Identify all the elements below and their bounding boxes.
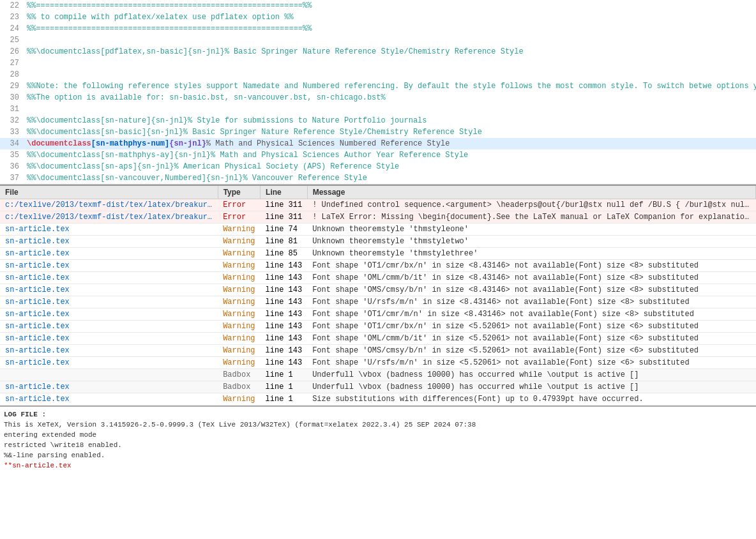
line-number: 27 — [0, 57, 24, 69]
error-table-body: c:/texlive/2013/texmf-dist/tex/latex/bre… — [0, 199, 756, 406]
line-number: 37 — [0, 172, 24, 184]
cell-message: Font shape 'OML/cmm/b/it' in size <5.520… — [307, 333, 755, 345]
table-row[interactable]: Badboxline 1Underfull \vbox (badness 100… — [0, 369, 756, 381]
table-row[interactable]: sn-article.texWarningline 143Font shape … — [0, 272, 756, 284]
cell-message: Font shape 'OMS/cmsy/b/n' in size <5.520… — [307, 345, 755, 357]
log-line: entering extended mode — [4, 430, 752, 440]
cell-type: Badbox — [218, 381, 260, 393]
cell-message: Font shape 'U/rsfs/m/n' in size <5.52061… — [307, 357, 755, 369]
cell-type: Warning — [218, 248, 260, 260]
line-content: %%======================================… — [24, 0, 756, 11]
cell-file: sn-article.tex — [0, 393, 218, 406]
cell-line: line 143 — [261, 308, 308, 321]
table-row[interactable]: c:/texlive/2013/texmf-dist/tex/latex/bre… — [0, 211, 756, 224]
line-number: 22 — [0, 0, 24, 11]
cell-file — [0, 369, 218, 381]
cell-message: Unknown theoremstyle 'thmstyleone' — [307, 224, 755, 236]
cell-type: Warning — [218, 357, 260, 369]
line-content: %%\documentclass[sn-basic]{sn-jnl}% Basi… — [24, 126, 756, 138]
cell-message: Underfull \vbox (badness 10000) has occu… — [307, 381, 755, 393]
table-row[interactable]: sn-article.texWarningline 143Font shape … — [0, 357, 756, 369]
table-row[interactable]: sn-article.texWarningline 143Font shape … — [0, 345, 756, 357]
table-row[interactable]: sn-article.texWarningline 143Font shape … — [0, 308, 756, 321]
cell-message: Font shape 'OT1/cmr/m/n' in size <8.4314… — [307, 308, 755, 321]
line-content: %%Note: the following reference styles s… — [24, 80, 756, 92]
code-line: 37%%\documentclass[sn-vancouver,Numbered… — [0, 172, 756, 184]
cell-type: Error — [218, 199, 260, 211]
table-row[interactable]: sn-article.texWarningline 143Font shape … — [0, 260, 756, 272]
cell-line: line 143 — [261, 260, 308, 272]
table-header-row: File Type Line Message — [0, 186, 756, 199]
cell-type: Error — [218, 211, 260, 224]
table-row[interactable]: sn-article.texWarningline 1Size substitu… — [0, 393, 756, 406]
col-header-type: Type — [218, 186, 260, 199]
table-row[interactable]: sn-article.texWarningline 143Font shape … — [0, 333, 756, 345]
log-line: This is XeTeX, Version 3.1415926-2.5-0.9… — [4, 420, 752, 430]
cell-type: Badbox — [218, 369, 260, 381]
cell-message: Font shape 'OML/cmm/b/it' in size <8.431… — [307, 272, 755, 284]
line-content: %%The option is available for: sn-basic.… — [24, 92, 756, 103]
code-line: 28 — [0, 69, 756, 80]
cell-type: Warning — [218, 308, 260, 321]
cell-line: line 1 — [261, 393, 308, 406]
code-line: 30%%The option is available for: sn-basi… — [0, 92, 756, 103]
main-container: 22%%====================================… — [0, 0, 756, 473]
table-row[interactable]: c:/texlive/2013/texmf-dist/tex/latex/bre… — [0, 199, 756, 211]
code-line: 26%%\documentclass[pdflatex,sn-basic]{sn… — [0, 46, 756, 57]
cell-line: line 74 — [261, 224, 308, 236]
cell-line: line 311 — [261, 211, 308, 224]
cell-message: Font shape 'OMS/cmsy/b/n' in size <8.431… — [307, 284, 755, 296]
line-number: 35 — [0, 149, 24, 161]
cell-type: Warning — [218, 296, 260, 308]
log-lines: This is XeTeX, Version 3.1415926-2.5-0.9… — [4, 420, 752, 471]
log-line: %&-line parsing enabled. — [4, 450, 752, 460]
line-content: \documentclass[sn-mathphys-num]{sn-jnl}%… — [24, 138, 756, 149]
error-table: File Type Line Message c:/texlive/2013/t… — [0, 186, 756, 406]
line-number: 24 — [0, 23, 24, 34]
cell-line: line 85 — [261, 248, 308, 260]
cell-message: Underfull \vbox (badness 10000) has occu… — [307, 369, 755, 381]
line-number: 36 — [0, 161, 24, 172]
log-header: LOG FILE : — [4, 409, 752, 420]
cell-file: sn-article.tex — [0, 321, 218, 333]
col-header-line: Line — [261, 186, 308, 199]
cell-message: ! LaTeX Error: Missing \begin{document}.… — [307, 211, 755, 224]
cell-message: Font shape 'OT1/cmr/bx/n' in size <5.520… — [307, 321, 755, 333]
col-header-message: Message — [307, 186, 755, 199]
cell-file: sn-article.tex — [0, 296, 218, 308]
cell-type: Warning — [218, 236, 260, 248]
cell-message: Font shape 'OT1/cmr/bx/n' in size <8.431… — [307, 260, 755, 272]
cell-file: sn-article.tex — [0, 260, 218, 272]
col-header-file: File — [0, 186, 218, 199]
line-content: %%\documentclass[sn-aps]{sn-jnl}% Americ… — [24, 161, 756, 172]
line-content: %%\documentclass[pdflatex,sn-basic]{sn-j… — [24, 46, 756, 57]
cell-file: c:/texlive/2013/texmf-dist/tex/latex/bre… — [0, 211, 218, 224]
line-number: 34 — [0, 138, 24, 149]
cell-file: sn-article.tex — [0, 308, 218, 321]
table-row[interactable]: sn-article.texWarningline 85Unknown theo… — [0, 248, 756, 260]
table-row[interactable]: sn-article.texWarningline 143Font shape … — [0, 321, 756, 333]
log-area: LOG FILE : This is XeTeX, Version 3.1415… — [0, 406, 756, 473]
log-line: **sn-article.tex — [4, 460, 752, 471]
table-row[interactable]: sn-article.texWarningline 143Font shape … — [0, 284, 756, 296]
table-row[interactable]: sn-article.texBadboxline 1Underfull \vbo… — [0, 381, 756, 393]
line-number: 33 — [0, 126, 24, 138]
line-content: %%\documentclass[sn-vancouver,Numbered]{… — [24, 172, 756, 184]
table-row[interactable]: sn-article.texWarningline 81Unknown theo… — [0, 236, 756, 248]
cell-message: Font shape 'U/rsfs/m/n' in size <8.43146… — [307, 296, 755, 308]
cell-type: Warning — [218, 345, 260, 357]
table-row[interactable]: sn-article.texWarningline 74Unknown theo… — [0, 224, 756, 236]
code-line: 29%%Note: the following reference styles… — [0, 80, 756, 92]
cell-file: sn-article.tex — [0, 345, 218, 357]
cell-type: Warning — [218, 260, 260, 272]
cell-type: Warning — [218, 272, 260, 284]
code-line: 22%%====================================… — [0, 0, 756, 11]
log-line: restricted \write18 enabled. — [4, 440, 752, 450]
line-number: 29 — [0, 80, 24, 92]
cell-file: sn-article.tex — [0, 272, 218, 284]
cell-message: ! Undefined control sequence.<argument> … — [307, 199, 755, 211]
line-number: 26 — [0, 46, 24, 57]
table-row[interactable]: sn-article.texWarningline 143Font shape … — [0, 296, 756, 308]
cell-line: line 143 — [261, 357, 308, 369]
cell-line: line 81 — [261, 236, 308, 248]
